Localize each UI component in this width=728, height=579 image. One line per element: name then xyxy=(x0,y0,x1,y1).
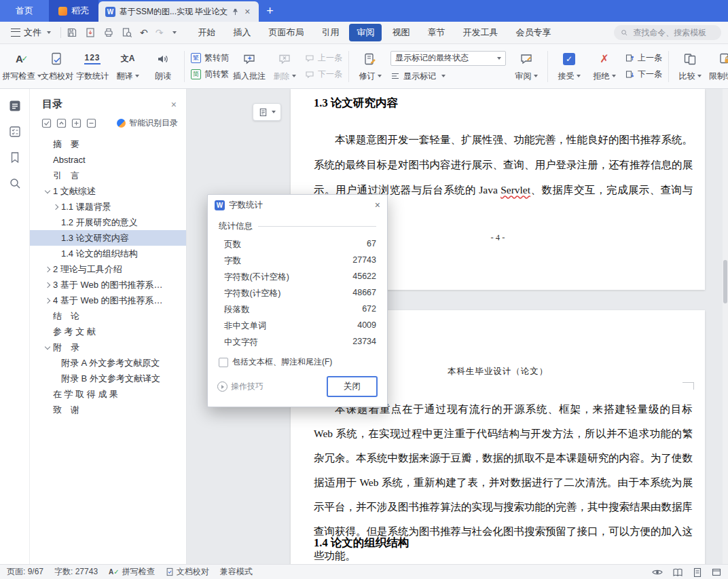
new-tab-button[interactable]: + xyxy=(259,0,282,22)
review-button[interactable]: 审阅 xyxy=(509,46,544,87)
toc-item[interactable]: 在 学 取 得 成 果 xyxy=(30,386,186,402)
simp-to-trad-button[interactable]: 简简转繁 xyxy=(191,69,229,80)
tab-start[interactable]: 开始 xyxy=(190,24,223,41)
chevron-down-icon[interactable] xyxy=(43,187,53,196)
tab-view[interactable]: 视图 xyxy=(384,24,417,41)
chevron-right-icon[interactable] xyxy=(52,202,61,212)
bookmark-icon[interactable] xyxy=(10,151,20,164)
tab-document[interactable]: W 基于SSM的图...实现 毕业论文 × xyxy=(98,1,259,22)
compatibility-mode-label: 兼容模式 xyxy=(220,566,253,578)
print-icon[interactable] xyxy=(103,27,114,38)
trad-to-simp-button[interactable]: 繁繁转简 xyxy=(191,52,229,64)
tab-review[interactable]: 审阅 xyxy=(349,24,382,41)
toc-item[interactable]: 附 录 xyxy=(30,339,186,355)
compare-button[interactable]: 比较 xyxy=(672,46,708,87)
chevron-right-icon[interactable] xyxy=(43,280,53,290)
toc-list: 摘 要 Abstract 引 言 1 文献综述 1.1 课题背景 1.2 开展研… xyxy=(30,135,186,564)
select-all-icon[interactable] xyxy=(41,118,52,128)
caret-down-icon[interactable] xyxy=(172,31,177,34)
track-changes-button[interactable]: 修订 xyxy=(352,46,388,87)
word-count-indicator[interactable]: 字数: 27743 xyxy=(54,566,98,578)
tab-page-layout[interactable]: 页面布局 xyxy=(261,24,311,41)
close-document-icon[interactable]: × xyxy=(243,7,251,16)
tab-dev-tools[interactable]: 开发工具 xyxy=(455,24,505,41)
close-button[interactable]: 关闭 xyxy=(327,376,378,397)
word-count-button[interactable]: 123 字数统计 xyxy=(75,46,110,87)
toc-item[interactable]: 结 论 xyxy=(30,308,186,324)
chevron-right-icon[interactable] xyxy=(43,265,53,274)
tab-references[interactable]: 引用 xyxy=(314,24,346,41)
search-input[interactable] xyxy=(632,27,714,38)
toc-item[interactable]: 附录 A 外文参考文献原文 xyxy=(30,355,186,371)
delete-comment-button[interactable]: 删除 xyxy=(267,46,302,87)
toc-item[interactable]: 致 谢 xyxy=(30,402,186,417)
insert-comment-button[interactable]: 插入批注 xyxy=(232,46,267,87)
dialog-titlebar[interactable]: W 字数统计 × xyxy=(208,195,387,215)
vertical-scrollbar[interactable] xyxy=(723,89,728,564)
include-footnotes-option[interactable]: 包括文本框、脚注和尾注(F) xyxy=(219,356,376,368)
web-view-icon[interactable] xyxy=(712,567,721,577)
command-search[interactable] xyxy=(614,25,721,40)
prev-comment-button[interactable]: 上一条 xyxy=(305,52,342,64)
print-preview-icon[interactable] xyxy=(122,27,132,38)
toc-item[interactable]: 1.4 论文的组织结构 xyxy=(30,246,186,261)
toc-item[interactable]: 2 理论与工具介绍 xyxy=(30,261,186,277)
tab-home[interactable]: 首页 xyxy=(0,0,49,22)
scrollbar-thumb[interactable] xyxy=(723,260,727,303)
restrict-editing-button[interactable]: 限制编辑 xyxy=(708,46,728,87)
toc-item[interactable]: 1.2 开展研究的意义 xyxy=(30,214,186,230)
prev-change-button[interactable]: 上一条 xyxy=(625,52,662,64)
reject-button[interactable]: ✗ 拒绝 xyxy=(587,46,622,87)
toc-item[interactable]: 4 基于 Web 的图书推荐系统... xyxy=(30,293,186,308)
toc-item[interactable]: 摘 要 xyxy=(30,136,186,152)
undo-icon[interactable]: ↶ xyxy=(140,28,148,37)
toc-item[interactable]: Abstract xyxy=(30,152,186,168)
page-indicator[interactable]: 页面: 9/67 xyxy=(7,566,43,578)
eye-protect-icon[interactable] xyxy=(652,568,663,576)
tips-link[interactable]: 操作技巧 xyxy=(217,381,263,392)
doc-proof-status[interactable]: 文档校对 xyxy=(166,566,209,578)
next-change-button[interactable]: 下一条 xyxy=(625,69,662,80)
read-view-icon[interactable] xyxy=(672,567,683,577)
pushpin-icon[interactable] xyxy=(232,8,239,16)
spell-check-status[interactable]: A✓ 拼写检查 xyxy=(109,566,155,578)
close-toc-icon[interactable]: × xyxy=(171,99,177,110)
toc-item[interactable]: 3 基于 Web 的图书推荐系统... xyxy=(30,277,186,293)
spell-check-button[interactable]: A✓ 拼写检查 xyxy=(4,46,39,87)
markup-state-select[interactable]: 显示标记的最终状态 xyxy=(390,51,506,66)
toc-item-selected[interactable]: 1.3 论文研究内容 xyxy=(30,230,186,246)
chevron-down-icon[interactable] xyxy=(43,343,53,352)
tab-section[interactable]: 章节 xyxy=(420,24,452,41)
chevron-right-icon[interactable] xyxy=(43,296,53,305)
toc-item[interactable]: 1 文献综述 xyxy=(30,183,186,199)
annotations-pane-icon[interactable] xyxy=(9,126,21,138)
toc-item[interactable]: 引 言 xyxy=(30,168,186,183)
doc-proof-button[interactable]: 文档校对 xyxy=(39,46,75,87)
dialog-close-icon[interactable]: × xyxy=(375,200,380,210)
page-view-icon[interactable] xyxy=(693,567,702,577)
catalog-pane-icon[interactable] xyxy=(9,100,21,112)
tab-docer[interactable]: 稻壳 xyxy=(49,0,98,22)
toc-item[interactable]: 参 考 文 献 xyxy=(30,324,186,339)
tab-insert[interactable]: 插入 xyxy=(225,24,258,41)
tab-member[interactable]: 会员专享 xyxy=(508,24,558,41)
export-pdf-icon[interactable] xyxy=(85,27,96,38)
file-menu-button[interactable]: 文件 xyxy=(7,24,55,41)
expand-all-icon[interactable] xyxy=(71,118,81,128)
save-icon[interactable] xyxy=(67,27,77,38)
search-pane-icon[interactable] xyxy=(9,177,21,189)
collapse-level-icon[interactable] xyxy=(56,118,67,128)
next-comment-button[interactable]: 下一条 xyxy=(305,69,342,80)
checkbox-unchecked[interactable] xyxy=(219,358,228,367)
dialog-title: 字数统计 xyxy=(229,200,263,211)
toc-item[interactable]: 附录 B 外文参考文献译文 xyxy=(30,371,186,386)
comment-nav-widget[interactable] xyxy=(253,103,281,121)
smart-toc-button[interactable]: 智能识别目录 xyxy=(117,117,178,129)
collapse-all-icon[interactable] xyxy=(86,118,96,128)
show-markup-button[interactable]: 显示标记 xyxy=(390,71,506,82)
redo-icon[interactable]: ↷ xyxy=(156,28,164,37)
accept-button[interactable]: ✓ 接受 xyxy=(551,46,587,87)
read-aloud-button[interactable]: 朗读 xyxy=(145,46,181,87)
toc-item[interactable]: 1.1 课题背景 xyxy=(30,199,186,214)
translate-button[interactable]: 文A 翻译 xyxy=(110,46,145,87)
